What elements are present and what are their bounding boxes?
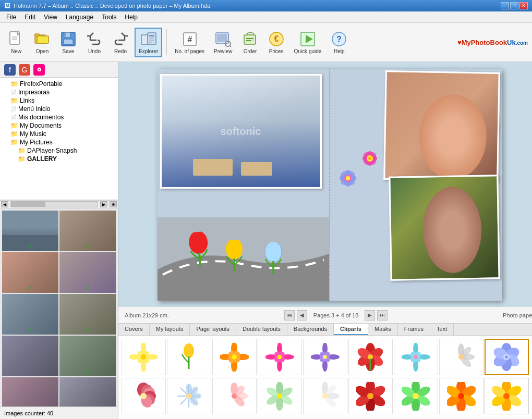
quickguide-button[interactable]: Quick guide [291, 28, 325, 57]
photo-frame-girl[interactable] [389, 175, 500, 281]
scroll-thumb[interactable] [11, 202, 45, 207]
photo-thumb-4[interactable]: ✓ [59, 252, 116, 293]
tree-item-links[interactable]: 📁 Links [9, 96, 116, 105]
nav-last[interactable]: ⏭ [377, 310, 388, 321]
close-button[interactable]: ✕ [519, 2, 528, 9]
google-button[interactable]: G [19, 64, 30, 76]
tab-pagelayouts[interactable]: Page layouts [190, 324, 236, 335]
tab-doublelayouts[interactable]: Double layouts [236, 324, 287, 335]
help-button[interactable]: ? Help [327, 28, 351, 57]
photo-thumb-8[interactable]: ✓ [59, 336, 116, 376]
tab-text[interactable]: Text [430, 324, 454, 335]
photo-thumb-10[interactable] [59, 377, 116, 406]
redo-button[interactable]: Redo [108, 28, 132, 57]
menu-language[interactable]: Language [62, 13, 98, 22]
clipart-18[interactable] [485, 378, 529, 414]
prices-button[interactable]: € Prices [264, 28, 288, 57]
photo-frame-office[interactable]: softonic [160, 74, 322, 189]
photo-thumb-1[interactable]: ✓ [2, 211, 58, 251]
tree-item-mydoc[interactable]: 📁 My Documents [9, 121, 116, 130]
clipart-14[interactable] [303, 378, 347, 414]
open-button[interactable]: Open [30, 28, 54, 57]
clipart-16[interactable] [394, 378, 438, 414]
clipart-13[interactable] [258, 378, 302, 414]
clipart-8[interactable] [439, 339, 483, 375]
title-bar-controls[interactable]: – □ ✕ [501, 2, 528, 9]
tab-cliparts[interactable]: Cliparts [334, 324, 368, 335]
scroll-right[interactable]: ▶ [100, 201, 107, 207]
photo-thumb-3[interactable]: ✓ [2, 252, 58, 293]
photo-thumb-5[interactable]: ✓ [2, 294, 58, 335]
svg-rect-10 [65, 33, 66, 36]
photo-thumb-7[interactable] [2, 336, 58, 376]
facebook-button[interactable]: f [4, 64, 16, 76]
tab-backgrounds[interactable]: Backgrounds [287, 324, 334, 335]
nav-prev[interactable]: ◀ [297, 310, 307, 321]
clipart-7[interactable] [394, 339, 438, 375]
tree-item-mypictures[interactable]: 📁 My Pictures [9, 138, 116, 146]
file-tree: 📁 FirefoxPortable 📄 Impresoras 📁 Links 📄… [0, 78, 118, 200]
clipart-2[interactable] [167, 339, 211, 375]
svg-rect-14 [149, 38, 154, 39]
explorer-button[interactable]: Explorer [135, 28, 162, 57]
tree-item-gallery[interactable]: 📁 GALLERY [17, 155, 116, 163]
save-button[interactable]: Save [56, 28, 80, 57]
nav-next[interactable]: ▶ [365, 310, 375, 321]
menu-help[interactable]: Help [120, 13, 142, 22]
right-page [330, 69, 502, 301]
nopages-label: No. of pages [175, 48, 204, 54]
photo-thumb-9[interactable]: ✓ [2, 377, 58, 406]
tree-item-firefoxportable[interactable]: 📁 FirefoxPortable [9, 80, 116, 88]
preview-button[interactable]: Preview [210, 28, 236, 57]
menu-view[interactable]: View [40, 13, 62, 22]
new-button[interactable]: New [4, 28, 28, 57]
photo-thumb-6[interactable]: ✓ [59, 294, 116, 335]
page-navigation: ⏮ ◀ Pages 3 + 4 of 18 ▶ ⏭ [284, 310, 388, 321]
clipart-11[interactable] [167, 378, 211, 414]
svg-point-154 [413, 393, 419, 399]
flickr-button[interactable]: ✿ [33, 64, 45, 76]
clipart-12[interactable] [212, 378, 257, 414]
thumb-check-2: ✓ [84, 242, 91, 250]
scroll-left[interactable]: ◀ [1, 201, 8, 207]
order-button[interactable]: Order [238, 28, 262, 57]
nav-first[interactable]: ⏮ [284, 310, 295, 321]
clipart-6[interactable] [348, 339, 393, 375]
clipart-1[interactable] [122, 339, 166, 375]
tab-frames[interactable]: Frames [398, 324, 430, 335]
nopages-icon: # [182, 31, 198, 47]
tab-mylayouts[interactable]: My layouts [150, 324, 190, 335]
clipart-10[interactable] [122, 378, 166, 414]
clipart-9[interactable] [485, 339, 529, 375]
tree-item-impresoras[interactable]: 📄 Impresoras [9, 88, 116, 96]
photo-frame-woman[interactable] [383, 70, 500, 182]
maximize-button[interactable]: □ [510, 2, 518, 9]
menu-edit[interactable]: Edit [20, 13, 40, 22]
tree-item-misdoc[interactable]: 📄 Mis documentos [9, 113, 116, 121]
tree-item-mymusic[interactable]: 📁 My Music [9, 130, 116, 138]
nopages-button[interactable]: # No. of pages [171, 28, 208, 57]
redo-icon [112, 31, 129, 47]
clipart-4[interactable] [258, 339, 302, 375]
tab-covers[interactable]: Covers [118, 324, 150, 335]
clipart-5[interactable] [303, 339, 347, 375]
menu-tools[interactable]: Tools [98, 13, 120, 22]
clipart-3[interactable] [212, 339, 257, 375]
image-counter: Images counter: 40 [0, 406, 118, 419]
photo-thumb-2[interactable]: ✓ [59, 211, 116, 251]
minimize-button[interactable]: – [501, 2, 509, 9]
clipart-17[interactable] [439, 378, 483, 414]
scroll-expand[interactable]: ⊕ [110, 201, 117, 207]
explorer-icon [140, 31, 157, 47]
redo-label: Redo [114, 48, 127, 54]
undo-button[interactable]: Undo [82, 28, 106, 57]
clipart-15[interactable] [348, 378, 393, 414]
album-size: Album 21x29 cm. [125, 312, 169, 318]
order-label: Order [244, 48, 257, 54]
photo-grid: ✓ ✓ ✓ ✓ [0, 208, 118, 406]
menu-file[interactable]: File [2, 13, 20, 22]
tree-item-menu[interactable]: 📄 Menú Inicio [9, 105, 116, 113]
tree-label: GALLERY [27, 155, 57, 163]
tree-item-daplayer[interactable]: 📁 DAPlayer-Snapsh [17, 146, 116, 155]
tab-masks[interactable]: Masks [368, 324, 398, 335]
